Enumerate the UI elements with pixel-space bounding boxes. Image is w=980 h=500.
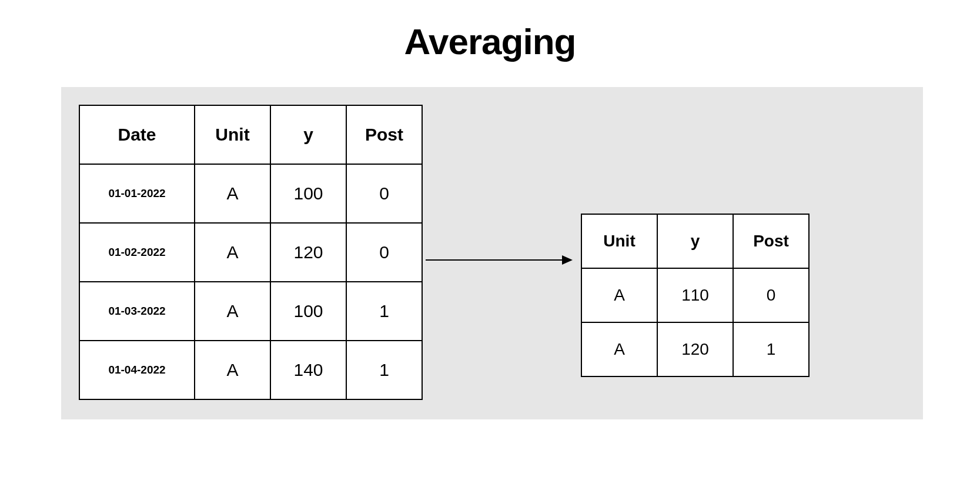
cell-y: 120 (657, 322, 733, 376)
col-header-date: Date (79, 105, 195, 164)
table-row: 01-03-2022 A 100 1 (79, 282, 422, 341)
input-table: Date Unit y Post 01-01-2022 A 100 0 01-0… (79, 105, 423, 400)
cell-post: 0 (346, 164, 422, 223)
cell-post: 0 (733, 268, 809, 322)
cell-y: 140 (270, 341, 346, 399)
col-header-post: Post (346, 105, 422, 164)
output-table: Unit y Post A 110 0 A 120 1 (581, 214, 810, 377)
cell-post: 1 (346, 282, 422, 341)
cell-unit: A (195, 282, 270, 341)
cell-post: 1 (733, 322, 809, 376)
cell-unit: A (195, 164, 270, 223)
svg-marker-1 (562, 255, 573, 265)
col-header-unit: Unit (581, 214, 657, 268)
page-title: Averaging (0, 21, 980, 62)
cell-y: 100 (270, 164, 346, 223)
col-header-y: y (657, 214, 733, 268)
cell-unit: A (195, 341, 270, 399)
cell-post: 0 (346, 223, 422, 282)
diagram-panel: Date Unit y Post 01-01-2022 A 100 0 01-0… (61, 87, 923, 419)
table-row: 01-04-2022 A 140 1 (79, 341, 422, 399)
cell-unit: A (581, 322, 657, 376)
cell-post: 1 (346, 341, 422, 399)
table-row: 01-02-2022 A 120 0 (79, 223, 422, 282)
cell-unit: A (195, 223, 270, 282)
arrow-right-icon (426, 251, 573, 269)
cell-y: 120 (270, 223, 346, 282)
col-header-y: y (270, 105, 346, 164)
cell-y: 100 (270, 282, 346, 341)
table-header-row: Unit y Post (581, 214, 809, 268)
cell-date: 01-03-2022 (79, 282, 195, 341)
diagram-stage: Averaging Date Unit y Post 01-01-2022 A … (0, 0, 980, 500)
cell-date: 01-01-2022 (79, 164, 195, 223)
table-row: A 120 1 (581, 322, 809, 376)
col-header-unit: Unit (195, 105, 270, 164)
table-row: A 110 0 (581, 268, 809, 322)
cell-y: 110 (657, 268, 733, 322)
cell-unit: A (581, 268, 657, 322)
cell-date: 01-02-2022 (79, 223, 195, 282)
col-header-post: Post (733, 214, 809, 268)
cell-date: 01-04-2022 (79, 341, 195, 399)
table-row: 01-01-2022 A 100 0 (79, 164, 422, 223)
table-header-row: Date Unit y Post (79, 105, 422, 164)
